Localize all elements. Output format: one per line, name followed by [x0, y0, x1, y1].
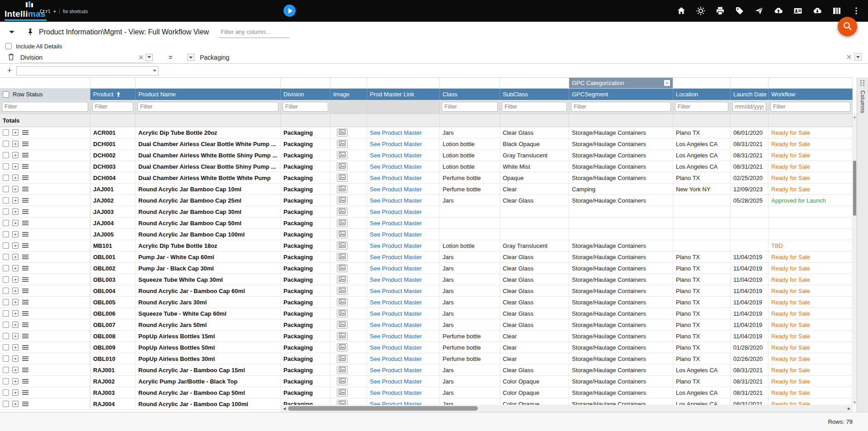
cell-location[interactable]: Plano TX [673, 331, 731, 341]
cell-product[interactable]: DCH001 [90, 138, 136, 149]
cell-location[interactable]: Plano TX [673, 308, 731, 319]
cell-workflow[interactable]: Ready for Sale [769, 319, 853, 330]
cell-gpcsegment[interactable]: Storage/Haulage Containers [569, 297, 673, 308]
cell-division[interactable]: Packaging [281, 195, 330, 206]
product-master-link[interactable]: See Product Master [370, 254, 422, 260]
clear-value-icon[interactable] [846, 54, 852, 60]
cell-subclass[interactable]: Clear Glass [500, 127, 569, 138]
cell-launch-date[interactable]: 11/04/2019 [731, 263, 769, 274]
cell-division[interactable]: Packaging [281, 184, 330, 194]
cell-subclass[interactable]: Clear Glass [500, 251, 569, 262]
row-menu-button[interactable] [22, 401, 30, 407]
include-all-details-checkbox[interactable] [5, 43, 12, 49]
cell-launch-date[interactable]: 11/04/2019 [731, 331, 769, 341]
cell-launch-date[interactable]: 11/04/2019 [731, 308, 769, 319]
cell-launch-date[interactable]: 11/04/2019 [731, 285, 769, 296]
cell-gpcsegment[interactable]: Storage/Haulage Containers [569, 195, 673, 206]
cell-division[interactable]: Packaging [281, 206, 330, 217]
filter-input-gpcsegment[interactable] [571, 102, 671, 112]
cell-product[interactable]: OBL003 [90, 274, 136, 285]
filter-input-division[interactable] [283, 102, 328, 112]
cell-launch-date[interactable]: 06/01/2020 [731, 127, 769, 138]
cell-gpcsegment[interactable]: Storage/Haulage Containers [569, 387, 673, 398]
cell-product[interactable]: OBL006 [90, 308, 136, 319]
filter-input-product[interactable] [92, 102, 133, 112]
column-header-product[interactable]: Product [90, 89, 136, 100]
cell-subclass[interactable]: Clear Glass [500, 365, 569, 375]
cell-subclass[interactable]: Color Opaque [500, 376, 569, 387]
cell-division[interactable]: Packaging [281, 218, 330, 228]
filter-input-workflow[interactable] [770, 102, 850, 112]
cell-launch-date[interactable]: 11/04/2019 [731, 297, 769, 308]
cell-class[interactable] [440, 229, 500, 240]
cell-subclass[interactable]: Clear Glass [500, 263, 569, 274]
cell-division[interactable]: Packaging [281, 161, 330, 172]
cell-gpcsegment[interactable]: Storage/Haulage Containers [569, 285, 673, 296]
product-master-link[interactable]: See Product Master [370, 242, 422, 249]
image-button[interactable] [337, 230, 348, 238]
cell-product[interactable]: DCH004 [90, 172, 136, 183]
column-header-prod-master-link[interactable]: Prod Master Link [367, 89, 440, 100]
image-button[interactable] [337, 219, 348, 227]
cell-product-name[interactable]: Round Acrylic Jar - Bamboo Cap 100ml [136, 398, 281, 409]
cell-class[interactable]: Jars [440, 365, 500, 375]
cell-gpcsegment[interactable]: Storage/Haulage Containers [569, 308, 673, 319]
cell-product-name[interactable]: Round Acrylic Jars 50ml [136, 319, 281, 330]
row-expand-button[interactable]: + [12, 129, 19, 136]
cell-launch-date[interactable]: 02/25/2020 [731, 172, 769, 183]
product-master-link[interactable]: See Product Master [370, 344, 422, 351]
cell-workflow[interactable]: Ready for Sale [769, 365, 853, 375]
image-button[interactable] [337, 264, 348, 272]
filter-operator[interactable]: = [159, 54, 182, 61]
cell-product[interactable]: OBL010 [90, 353, 136, 364]
row-checkbox[interactable] [3, 254, 9, 260]
cell-product[interactable]: OBL002 [90, 263, 136, 274]
product-master-link[interactable]: See Product Master [370, 265, 422, 272]
row-checkbox[interactable] [3, 355, 9, 362]
settings-icon[interactable] [696, 6, 705, 15]
row-expand-button[interactable]: + [12, 220, 19, 226]
row-expand-button[interactable]: + [12, 186, 19, 192]
cell-subclass[interactable]: Gray Translucent [500, 240, 569, 251]
product-master-link[interactable]: See Product Master [370, 220, 422, 227]
row-expand-button[interactable]: + [12, 231, 19, 237]
cell-launch-date[interactable]: 08/31/2021 [731, 376, 769, 387]
cell-product[interactable]: JAJ002 [90, 195, 136, 206]
cell-location[interactable] [673, 240, 731, 251]
cell-gpcsegment[interactable]: Storage/Haulage Containers [569, 319, 673, 330]
cell-product-name[interactable]: Dual Chamber Airless White Bottle White … [136, 172, 281, 183]
row-expand-button[interactable]: + [12, 152, 19, 158]
cell-launch-date[interactable]: 01/28/2020 [731, 342, 769, 353]
cell-gpcsegment[interactable]: Storage/Haulage Containers [569, 150, 673, 161]
view-menu-caret[interactable] [7, 28, 16, 37]
cell-subclass[interactable]: White Mist [500, 161, 569, 172]
cell-workflow[interactable]: Ready for Sale [769, 161, 853, 172]
row-checkbox[interactable] [3, 322, 9, 328]
cell-workflow[interactable]: Ready for Sale [769, 127, 853, 138]
cell-location[interactable]: Plano TX [673, 342, 731, 353]
cell-class[interactable]: Jars [440, 195, 500, 206]
home-icon[interactable] [676, 6, 686, 15]
row-expand-button[interactable]: + [12, 299, 19, 305]
cell-workflow[interactable]: TBD [769, 240, 853, 251]
cell-product-name[interactable]: Dual Chamber Airless Clear Bottle White … [136, 138, 281, 149]
board-view-icon[interactable] [832, 6, 841, 15]
cell-class[interactable]: Perfume bottle [440, 184, 500, 194]
row-menu-button[interactable] [22, 288, 30, 294]
image-button[interactable] [337, 366, 348, 374]
cell-product[interactable]: DCH002 [90, 150, 136, 161]
row-menu-button[interactable] [22, 220, 30, 226]
cell-gpcsegment[interactable] [569, 218, 673, 228]
cell-launch-date[interactable]: 08/31/2021 [731, 387, 769, 398]
cell-class[interactable]: Perfume bottle [440, 353, 500, 364]
cell-division[interactable]: Packaging [281, 365, 330, 375]
filter-input-subclass[interactable] [502, 102, 567, 112]
cell-workflow[interactable]: Ready for Sale [769, 138, 853, 149]
row-expand-button[interactable]: + [12, 333, 19, 339]
cell-gpcsegment[interactable]: Storage/Haulage Containers [569, 331, 673, 341]
value-list-dropdown-icon[interactable] [854, 53, 862, 61]
cell-product-name[interactable]: Pump Jar - Black Cap 30ml [136, 263, 281, 274]
row-expand-button[interactable]: + [12, 208, 19, 215]
cell-class[interactable]: Jars [440, 263, 500, 274]
image-button[interactable] [337, 298, 348, 306]
